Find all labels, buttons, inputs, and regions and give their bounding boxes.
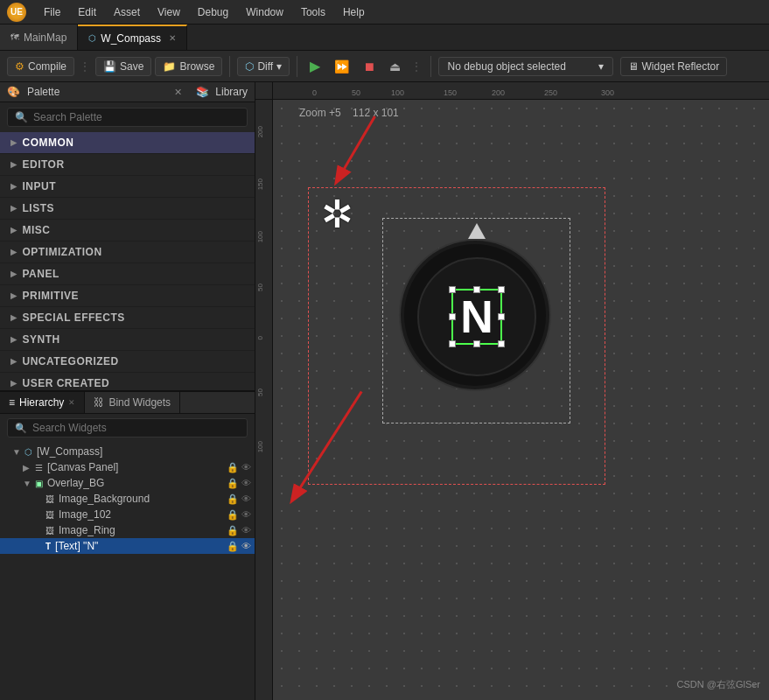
palette-item-panel[interactable]: ▶ PANEL	[0, 263, 255, 285]
lock-overlay-icon[interactable]: 🔒	[227, 478, 239, 489]
lock-ring-icon[interactable]: 🔒	[227, 525, 239, 536]
palette-item-user-created[interactable]: ▶ USER CREATED	[0, 373, 255, 390]
hierarchy-search-box: 🔍	[7, 418, 248, 438]
menu-file[interactable]: File	[40, 4, 64, 20]
wcompass-icon: ⬡	[88, 33, 96, 43]
eye-canvas-icon[interactable]: 👁	[241, 462, 251, 473]
tab-wcompass-label: W_Compass	[101, 32, 161, 45]
eye-overlay-icon[interactable]: 👁	[241, 478, 251, 489]
ruler-horizontal: 0 50 100 150 200 250 300	[273, 82, 769, 100]
palette-item-misc[interactable]: ▶ MISC	[0, 220, 255, 242]
hierarchy-tab[interactable]: ≡ Hierarchy ✕	[0, 392, 85, 413]
palette-item-lists[interactable]: ▶ LISTS	[0, 198, 255, 220]
ruler-h-300: 300	[601, 88, 614, 97]
size-label: 112 x 101	[353, 107, 399, 119]
stop-button[interactable]: ⏹	[358, 57, 381, 76]
diff-button[interactable]: ⬡ Diff ▾	[237, 57, 289, 76]
palette-item-special-effects[interactable]: ▶ SPECIAL EFFECTS	[0, 307, 255, 329]
text-n-icon: T	[45, 542, 51, 551]
watermark: CSDN @右弦GlSer	[676, 678, 760, 691]
tree-item-ring-label: Image_Ring	[59, 524, 115, 536]
ruler-v-100b: 100	[256, 441, 264, 452]
compile-button[interactable]: ⚙ Compile	[7, 57, 74, 76]
debug-dropdown[interactable]: No debug object selected ▾	[438, 57, 613, 76]
library-icon: 📚	[196, 86, 209, 98]
handle-mr	[498, 313, 505, 320]
chevron-user-created-icon: ▶	[10, 379, 17, 388]
eye-imgbg-icon[interactable]: 👁	[241, 494, 251, 505]
separator-3	[430, 56, 431, 77]
palette-item-input[interactable]: ▶ INPUT	[0, 176, 255, 198]
tree-item-image-background[interactable]: 🖼 Image_Background 🔒 👁	[0, 491, 255, 507]
compass-inner-circle: N	[417, 257, 536, 376]
tab-wcompass[interactable]: ⬡ W_Compass ✕	[78, 24, 187, 50]
canvas-viewport[interactable]: Zoom +5 112 x 101 ✲ N	[273, 100, 769, 700]
hierarchy-close[interactable]: ✕	[68, 398, 75, 407]
canvas-area[interactable]: 0 50 100 150 200 250 300 200 150 100 50 …	[255, 82, 769, 700]
toolbar: ⚙ Compile ⋮ 💾 Save 📁 Browse ⬡ Diff ▾ ▶ ⏩…	[0, 51, 769, 82]
save-button[interactable]: 💾 Save	[95, 57, 151, 76]
palette-item-synth-label: SYNTH	[23, 333, 60, 346]
lock-canvas-icon[interactable]: 🔒	[227, 462, 239, 473]
palette-item-optimization[interactable]: ▶ OPTIMIZATION	[0, 242, 255, 263]
ruler-v-0: 0	[256, 336, 264, 340]
menu-view[interactable]: View	[154, 4, 184, 20]
hierarchy-search-input[interactable]	[32, 422, 240, 434]
ruler-vertical: 200 150 100 50 0 50 100	[255, 100, 273, 700]
ruler-h-250: 250	[544, 88, 557, 97]
palette-item-primitive[interactable]: ▶ PRIMITIVE	[0, 285, 255, 307]
palette-item-uncategorized[interactable]: ▶ UNCATEGORIZED	[0, 351, 255, 373]
menu-edit[interactable]: Edit	[74, 4, 100, 20]
tree-item-canvas-panel[interactable]: ▶ ☰ [Canvas Panel] 🔒 👁	[0, 459, 255, 475]
palette-item-primitive-label: PRIMITIVE	[23, 290, 80, 302]
palette-item-common[interactable]: ▶ COMMON	[0, 132, 255, 154]
menu-debug[interactable]: Debug	[194, 4, 232, 20]
lock-img102-icon[interactable]: 🔒	[227, 509, 239, 521]
zoom-label: Zoom +5	[299, 107, 341, 119]
chevron-uncategorized-icon: ▶	[10, 357, 17, 366]
eject-button[interactable]: ⏏	[384, 57, 406, 76]
lock-text-n-icon[interactable]: 🔒	[227, 541, 239, 552]
palette-search-input[interactable]	[33, 111, 240, 123]
lock-imgbg-icon[interactable]: 🔒	[227, 494, 239, 505]
tab-wcompass-close[interactable]: ✕	[169, 33, 176, 43]
bind-widgets-tab[interactable]: ⛓ Bind Widgets	[85, 392, 180, 413]
tree-item-wcompass[interactable]: ▼ ⬡ [W_Compass]	[0, 444, 255, 459]
tree-item-image-ring[interactable]: 🖼 Image_Ring 🔒 👁	[0, 522, 255, 538]
palette-item-editor[interactable]: ▶ EDITOR	[0, 154, 255, 176]
handle-tm	[473, 286, 480, 293]
handle-tl	[449, 286, 456, 293]
play-button[interactable]: ▶	[304, 55, 325, 77]
ring-actions: 🔒 👁	[227, 525, 251, 536]
tab-mainmap[interactable]: 🗺 MainMap	[0, 24, 78, 50]
step-button[interactable]: ⏩	[329, 57, 354, 76]
chevron-misc-icon: ▶	[10, 226, 17, 234]
menu-help[interactable]: Help	[339, 4, 368, 20]
menu-window[interactable]: Window	[242, 4, 287, 20]
chevron-synth-icon: ▶	[10, 335, 17, 344]
canvas-panel-actions: 🔒 👁	[227, 462, 251, 473]
mainmap-icon: 🗺	[10, 32, 19, 42]
hierarchy-section: ≡ Hierarchy ✕ ⛓ Bind Widgets 🔍 ▼ ⬡	[0, 392, 255, 700]
eye-ring-icon[interactable]: 👁	[241, 525, 251, 536]
eye-img102-icon[interactable]: 👁	[241, 509, 251, 521]
chevron-common-icon: ▶	[10, 138, 17, 147]
eye-text-n-icon[interactable]: 👁	[241, 541, 251, 552]
hierarchy-icon: ≡	[9, 396, 15, 409]
palette-item-synth[interactable]: ▶ SYNTH	[0, 329, 255, 351]
menu-tools[interactable]: Tools	[297, 4, 329, 20]
tree-item-overlay-bg[interactable]: ▼ ▣ Overlay_BG 🔒 👁	[0, 475, 255, 491]
palette-icon: 🎨	[7, 86, 20, 98]
chevron-input-icon: ▶	[10, 182, 17, 191]
text-n-actions: 🔒 👁	[227, 541, 251, 552]
menu-asset[interactable]: Asset	[110, 4, 143, 20]
tree-item-image-102[interactable]: 🖼 Image_102 🔒 👁	[0, 507, 255, 522]
browse-button[interactable]: 📁 Browse	[155, 57, 222, 76]
palette-item-input-label: INPUT	[23, 180, 57, 192]
bind-widgets-label: Bind Widgets	[108, 396, 171, 409]
tree-item-text-n[interactable]: T [Text] "N" 🔒 👁	[0, 538, 255, 554]
palette-close[interactable]: ✕	[174, 87, 182, 98]
tab-mainmap-label: MainMap	[24, 32, 66, 44]
widget-reflector-button[interactable]: 🖥 Widget Reflector	[620, 57, 728, 76]
palette-item-special-effects-label: SPECIAL EFFECTS	[23, 312, 125, 324]
